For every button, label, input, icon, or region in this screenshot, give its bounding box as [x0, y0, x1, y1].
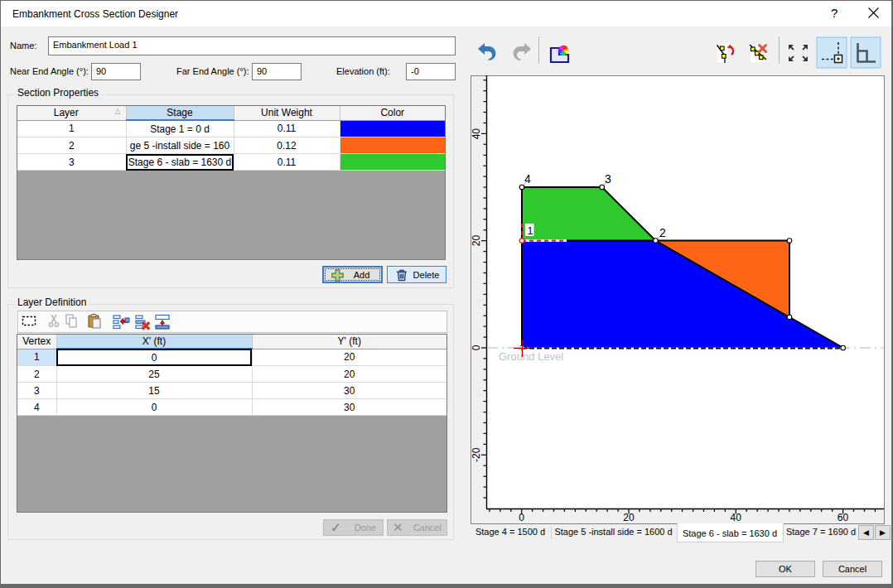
svg-text:20: 20	[623, 512, 635, 523]
svg-text:2: 2	[659, 226, 666, 239]
svg-text:Ground Level: Ground Level	[499, 350, 563, 363]
svg-text:1: 1	[528, 225, 533, 237]
svg-text:60: 60	[837, 512, 849, 523]
svg-text:0: 0	[519, 512, 524, 523]
svg-text:40: 40	[731, 512, 742, 523]
svg-text:4: 4	[524, 172, 531, 186]
svg-text:20: 20	[471, 235, 482, 247]
svg-text:3: 3	[605, 172, 611, 186]
svg-text:-20: -20	[471, 447, 482, 462]
svg-text:0: 0	[471, 345, 482, 350]
svg-text:40: 40	[471, 128, 482, 140]
